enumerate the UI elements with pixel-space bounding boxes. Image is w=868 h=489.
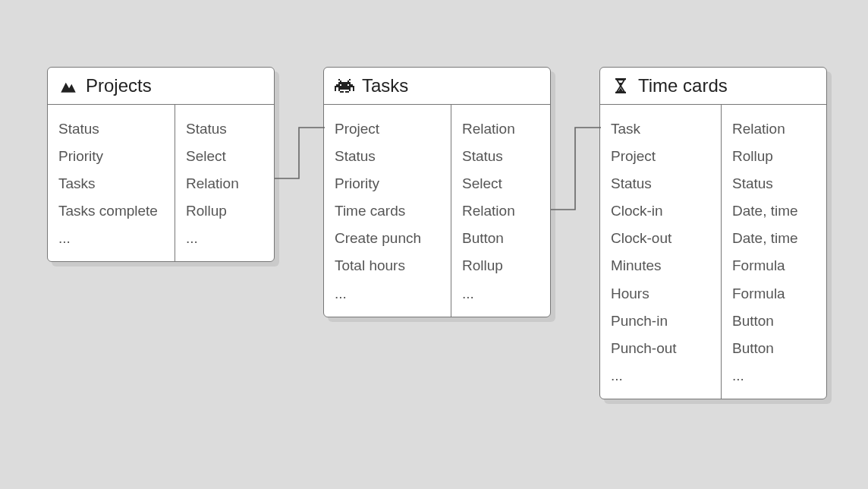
field-name: Time cards <box>335 197 440 225</box>
field-name: Project <box>611 143 710 170</box>
field-name: Tasks <box>58 170 164 197</box>
svg-rect-14 <box>349 90 351 91</box>
svg-rect-10 <box>338 87 351 89</box>
svg-rect-3 <box>348 80 349 82</box>
svg-rect-15 <box>353 90 354 91</box>
field-type: Button <box>732 335 816 362</box>
field-type: Status <box>462 143 539 170</box>
field-type: Button <box>732 308 816 335</box>
field-type: ... <box>462 280 539 308</box>
svg-rect-5 <box>336 84 340 86</box>
field-name: Project <box>335 115 440 143</box>
svg-rect-7 <box>349 84 353 86</box>
connector-projects-tasks <box>275 121 325 190</box>
entity-tasks: Tasks Project Status Priority Time cards… <box>323 67 551 317</box>
entity-title: Time cards <box>638 75 728 96</box>
field-type: ... <box>732 362 816 390</box>
svg-rect-11 <box>353 87 354 89</box>
hourglass-icon <box>611 76 631 96</box>
field-type: Relation <box>186 170 263 197</box>
field-type: Rollup <box>732 143 816 170</box>
field-name: ... <box>58 225 164 252</box>
svg-rect-12 <box>335 90 336 91</box>
entity-title: Projects <box>86 75 152 96</box>
svg-rect-1 <box>349 79 351 80</box>
entity-body-tasks: Project Status Priority Time cards Creat… <box>324 105 550 317</box>
field-type: Formula <box>732 252 816 279</box>
field-type: Select <box>462 170 539 197</box>
field-type: Relation <box>732 115 816 143</box>
svg-rect-6 <box>341 84 347 86</box>
field-name: Clock-in <box>611 197 710 225</box>
field-name: Status <box>611 170 710 197</box>
field-name: Status <box>335 143 440 170</box>
connector-tasks-timecards <box>551 121 601 220</box>
field-type: Status <box>732 170 816 197</box>
svg-rect-13 <box>338 90 340 91</box>
field-name: Tasks complete <box>58 197 164 225</box>
field-type: Button <box>462 225 539 252</box>
field-type: Relation <box>462 115 539 143</box>
field-type: Rollup <box>186 197 263 225</box>
field-name: Hours <box>611 280 710 308</box>
field-name: Status <box>58 115 164 143</box>
entity-body-timecards: Task Project Status Clock-in Clock-out M… <box>600 105 826 399</box>
field-name: ... <box>335 280 440 308</box>
field-name: Create punch <box>335 225 440 252</box>
field-name: Minutes <box>611 252 710 279</box>
field-type: Relation <box>462 197 539 225</box>
entity-header-tasks: Tasks <box>324 68 550 105</box>
field-type: Rollup <box>462 252 539 279</box>
svg-rect-9 <box>335 87 336 89</box>
svg-rect-0 <box>338 79 340 80</box>
mountain-icon <box>58 76 78 96</box>
field-type: Date, time <box>732 225 816 252</box>
svg-rect-2 <box>340 80 341 82</box>
svg-rect-8 <box>335 86 354 87</box>
field-name: Priority <box>58 143 164 170</box>
field-name: ... <box>611 362 710 390</box>
field-name: Punch-in <box>611 308 710 335</box>
entity-timecards: Time cards Task Project Status Clock-in … <box>599 67 827 399</box>
field-name: Clock-out <box>611 225 710 252</box>
entity-header-timecards: Time cards <box>600 68 826 105</box>
field-type: Date, time <box>732 197 816 225</box>
svg-rect-4 <box>338 82 351 84</box>
space-invader-icon <box>335 76 354 96</box>
field-type: Formula <box>732 280 816 308</box>
entity-body-projects: Status Priority Tasks Tasks complete ...… <box>48 105 274 261</box>
diagram-canvas: Projects Status Priority Tasks Tasks com… <box>0 0 868 489</box>
svg-rect-16 <box>340 91 344 93</box>
entity-title: Tasks <box>362 75 408 96</box>
svg-rect-17 <box>345 91 349 93</box>
entity-header-projects: Projects <box>48 68 274 105</box>
field-type: Status <box>186 115 263 143</box>
field-name: Total hours <box>335 252 440 279</box>
field-name: Priority <box>335 170 440 197</box>
entity-projects: Projects Status Priority Tasks Tasks com… <box>47 67 275 262</box>
field-type: ... <box>186 225 263 252</box>
field-type: Select <box>186 143 263 170</box>
field-name: Task <box>611 115 710 143</box>
field-name: Punch-out <box>611 335 710 362</box>
